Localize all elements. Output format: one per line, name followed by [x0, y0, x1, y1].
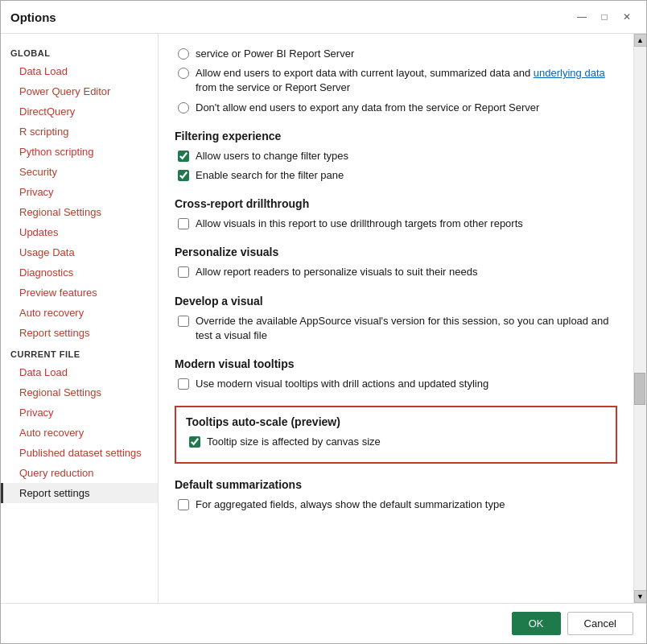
current-section-label: CURRENT FILE: [1, 343, 158, 362]
options-dialog: Options — □ ✕ GLOBAL Data Load Power Que…: [0, 0, 647, 644]
radio-allow-export-current[interactable]: [178, 68, 189, 79]
sidebar-item-cf-report-settings[interactable]: Report settings: [1, 483, 158, 503]
sidebar-item-data-load[interactable]: Data Load: [1, 61, 158, 81]
sidebar-item-cf-published-dataset[interactable]: Published dataset settings: [1, 443, 158, 463]
develop-visual-row: Override the available AppSource visual'…: [175, 314, 617, 343]
search-filter-pane-label: Enable search for the filter pane: [196, 168, 344, 183]
sidebar-item-usage-data[interactable]: Usage Data: [1, 242, 158, 262]
export-options-section: service or Power BI Report Server Allow …: [175, 47, 617, 115]
personalize-visuals-label: Allow report readers to personalize visu…: [196, 265, 477, 279]
radio-row-3: Don't allow end users to export any data…: [175, 101, 617, 115]
filter-types-checkbox[interactable]: [178, 151, 189, 162]
sidebar-item-privacy[interactable]: Privacy: [1, 182, 158, 202]
filter-types-label: Allow users to change filter types: [196, 149, 348, 163]
scroll-track[interactable]: [634, 47, 646, 590]
personalize-visuals-row: Allow report readers to personalize visu…: [175, 265, 617, 279]
sidebar-item-updates[interactable]: Updates: [1, 222, 158, 242]
scroll-up-button[interactable]: ▲: [634, 34, 647, 47]
default-summarizations-label: For aggregated fields, always show the d…: [196, 497, 505, 512]
sidebar: GLOBAL Data Load Power Query Editor Dire…: [1, 34, 159, 603]
modern-tooltips-section: Modern visual tooltips Use modern visual…: [175, 357, 617, 391]
close-button[interactable]: ✕: [617, 7, 637, 27]
scroll-down-button[interactable]: ▼: [634, 590, 647, 603]
modern-tooltips-title: Modern visual tooltips: [175, 357, 617, 370]
maximize-button[interactable]: □: [595, 7, 614, 27]
main-content: service or Power BI Report Server Allow …: [159, 34, 633, 603]
default-summarizations-title: Default summarizations: [175, 478, 617, 491]
tooltips-autoscale-label: Tooltip size is affected by canvas size: [207, 435, 381, 449]
dialog-footer: OK Cancel: [1, 603, 646, 643]
sidebar-item-directquery[interactable]: DirectQuery: [1, 101, 158, 122]
filter-types-row: Allow users to change filter types: [175, 149, 617, 163]
sidebar-item-r-scripting[interactable]: R scripting: [1, 122, 158, 142]
dialog-title: Options: [10, 10, 56, 24]
sidebar-item-cf-privacy[interactable]: Privacy: [1, 402, 158, 423]
minimize-button[interactable]: —: [572, 7, 591, 27]
ok-button[interactable]: OK: [512, 612, 561, 635]
cross-report-title: Cross-report drillthrough: [175, 197, 617, 210]
global-section-label: GLOBAL: [1, 42, 158, 61]
cancel-button[interactable]: Cancel: [567, 612, 633, 635]
radio-dont-allow-export[interactable]: [178, 102, 189, 114]
personalize-visuals-title: Personalize visuals: [175, 246, 617, 258]
default-summarizations-checkbox[interactable]: [178, 499, 189, 510]
filtering-experience-title: Filtering experience: [175, 130, 617, 142]
radio-row-1: service or Power BI Report Server: [175, 47, 617, 61]
tooltips-autoscale-title: Tooltips auto-scale (preview): [186, 415, 606, 428]
cross-report-section: Cross-report drillthrough Allow visuals …: [175, 197, 617, 231]
personalize-visuals-section: Personalize visuals Allow report readers…: [175, 246, 617, 279]
title-bar-controls: — □ ✕: [572, 7, 637, 27]
develop-visual-label: Override the available AppSource visual'…: [196, 314, 617, 343]
sidebar-item-cf-data-load[interactable]: Data Load: [1, 362, 158, 382]
sidebar-item-cf-query-reduction[interactable]: Query reduction: [1, 463, 158, 483]
sidebar-item-cf-regional-settings[interactable]: Regional Settings: [1, 382, 158, 402]
tooltips-autoscale-section: Tooltips auto-scale (preview) Tooltip si…: [175, 406, 617, 464]
cross-report-checkbox[interactable]: [178, 218, 189, 229]
tooltips-autoscale-row: Tooltip size is affected by canvas size: [186, 435, 606, 449]
sidebar-item-cf-auto-recovery[interactable]: Auto recovery: [1, 423, 158, 443]
search-filter-pane-row: Enable search for the filter pane: [175, 168, 617, 183]
radio-service-report-server[interactable]: [178, 48, 189, 60]
search-filter-pane-checkbox[interactable]: [178, 170, 189, 181]
default-summarizations-row: For aggregated fields, always show the d…: [175, 497, 617, 512]
sidebar-item-auto-recovery[interactable]: Auto recovery: [1, 303, 158, 323]
modern-tooltips-checkbox[interactable]: [178, 378, 189, 390]
cross-report-label: Allow visuals in this report to use dril…: [196, 217, 523, 231]
filtering-experience-section: Filtering experience Allow users to chan…: [175, 130, 617, 183]
sidebar-item-regional-settings[interactable]: Regional Settings: [1, 202, 158, 222]
title-bar: Options — □ ✕: [1, 1, 646, 34]
default-summarizations-section: Default summarizations For aggregated fi…: [175, 478, 617, 512]
sidebar-item-diagnostics[interactable]: Diagnostics: [1, 262, 158, 283]
modern-tooltips-row: Use modern visual tooltips with drill ac…: [175, 377, 617, 391]
sidebar-item-preview-features[interactable]: Preview features: [1, 283, 158, 303]
personalize-visuals-checkbox[interactable]: [178, 266, 189, 278]
scroll-thumb[interactable]: [634, 373, 645, 405]
scrollbar: ▲ ▼: [633, 34, 646, 603]
radio-service-report-server-label: service or Power BI Report Server: [196, 47, 354, 61]
develop-visual-title: Develop a visual: [175, 295, 617, 308]
radio-dont-allow-export-label: Don't allow end users to export any data…: [196, 101, 539, 115]
sidebar-item-python-scripting[interactable]: Python scripting: [1, 142, 158, 162]
dialog-body: GLOBAL Data Load Power Query Editor Dire…: [1, 34, 646, 603]
radio-row-2: Allow end users to export data with curr…: [175, 66, 617, 95]
tooltips-autoscale-checkbox[interactable]: [189, 436, 200, 448]
radio-allow-export-current-label: Allow end users to export data with curr…: [196, 66, 617, 95]
develop-visual-checkbox[interactable]: [178, 316, 189, 327]
develop-visual-section: Develop a visual Override the available …: [175, 295, 617, 343]
cross-report-row: Allow visuals in this report to use dril…: [175, 217, 617, 231]
sidebar-item-report-settings[interactable]: Report settings: [1, 323, 158, 343]
modern-tooltips-label: Use modern visual tooltips with drill ac…: [196, 377, 488, 391]
sidebar-item-power-query-editor[interactable]: Power Query Editor: [1, 81, 158, 101]
sidebar-item-security[interactable]: Security: [1, 162, 158, 182]
